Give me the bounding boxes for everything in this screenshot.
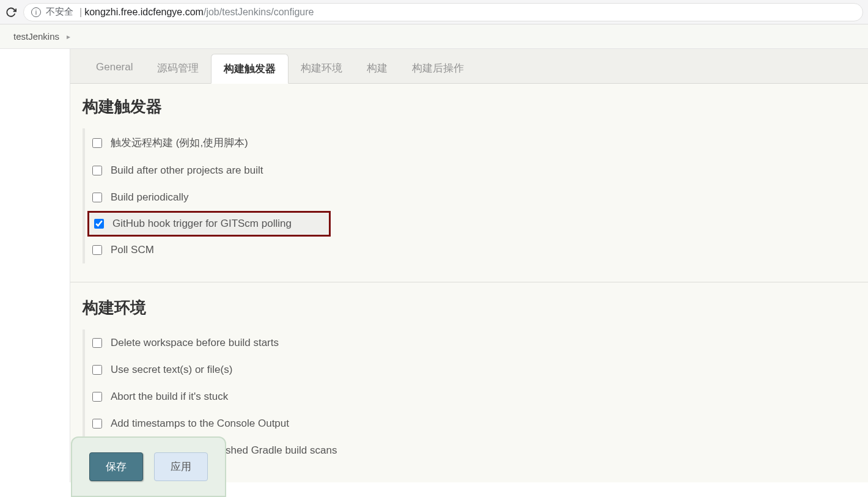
option-remote-trigger[interactable]: 触发远程构建 (例如,使用脚本) <box>92 128 868 157</box>
checkbox-abort-stuck[interactable] <box>92 392 102 402</box>
tab-env[interactable]: 构建环境 <box>289 54 355 83</box>
left-sidebar <box>0 49 70 482</box>
url-path: /job/testJenkins/configure <box>204 7 314 18</box>
tab-bar: General 源码管理 构建触发器 构建环境 构建 构建后操作 <box>70 49 868 84</box>
option-periodic[interactable]: Build periodically <box>92 184 868 211</box>
url-host: kongzhi.free.idcfengye.com <box>84 7 204 18</box>
tab-general[interactable]: General <box>84 54 145 83</box>
option-label: Poll SCM <box>111 244 154 256</box>
option-label: Add timestamps to the Console Output <box>111 418 289 430</box>
reload-icon[interactable] <box>5 6 17 18</box>
checkbox-periodic[interactable] <box>92 193 102 202</box>
section-title-triggers: 构建触发器 <box>83 96 868 117</box>
option-label: Build periodically <box>111 191 189 204</box>
section-title-env: 构建环境 <box>83 297 868 318</box>
checkbox-delete-workspace[interactable] <box>92 338 102 348</box>
checkbox-build-after[interactable] <box>92 166 102 175</box>
option-label: GitHub hook trigger for GITScm polling <box>112 218 292 230</box>
checkbox-timestamps[interactable] <box>92 419 102 429</box>
config-content: 构建触发器 触发远程构建 (例如,使用脚本) Build after other… <box>70 84 868 464</box>
apply-button[interactable]: 应用 <box>154 452 208 481</box>
tab-scm[interactable]: 源码管理 <box>145 54 211 83</box>
checkbox-secret-text[interactable] <box>92 365 102 375</box>
option-delete-workspace[interactable]: Delete workspace before build starts <box>92 329 868 356</box>
tab-triggers[interactable]: 构建触发器 <box>211 54 289 84</box>
url-field[interactable]: i 不安全 | kongzhi.free.idcfengye.com/job/t… <box>23 3 863 21</box>
checkbox-poll-scm[interactable] <box>92 245 102 255</box>
url-separator: | <box>79 7 82 18</box>
option-github-hook[interactable]: GitHub hook trigger for GITScm polling <box>87 211 331 237</box>
address-bar: i 不安全 | kongzhi.free.idcfengye.com/job/t… <box>0 0 868 24</box>
breadcrumbs: testJenkins ▸ <box>0 24 868 49</box>
option-timestamps[interactable]: Add timestamps to the Console Output <box>92 410 868 437</box>
option-build-after[interactable]: Build after other projects are built <box>92 157 868 184</box>
save-button[interactable]: 保存 <box>89 452 143 481</box>
breadcrumb-item[interactable]: testJenkins <box>13 31 59 42</box>
option-label: Abort the build if it's stuck <box>111 391 228 403</box>
button-panel: 保存 应用 <box>71 436 226 482</box>
tab-build[interactable]: 构建 <box>355 54 400 83</box>
option-label: Delete workspace before build starts <box>111 337 279 349</box>
checkbox-remote-trigger[interactable] <box>92 138 102 148</box>
option-secret-text[interactable]: Use secret text(s) or file(s) <box>92 356 868 383</box>
checkbox-github-hook[interactable] <box>94 219 104 229</box>
config-body: General 源码管理 构建触发器 构建环境 构建 构建后操作 构建触发器 触… <box>70 49 868 482</box>
tab-postbuild[interactable]: 构建后操作 <box>400 54 476 83</box>
security-label: 不安全 <box>46 6 73 18</box>
option-label: Use secret text(s) or file(s) <box>111 364 232 376</box>
divider <box>70 282 868 282</box>
info-icon[interactable]: i <box>31 7 41 17</box>
option-abort-stuck[interactable]: Abort the build if it's stuck <box>92 383 868 410</box>
option-label: 触发远程构建 (例如,使用脚本) <box>111 136 248 150</box>
main-wrapper: General 源码管理 构建触发器 构建环境 构建 构建后操作 构建触发器 触… <box>0 49 868 482</box>
triggers-options: 触发远程构建 (例如,使用脚本) Build after other proje… <box>83 128 868 263</box>
chevron-right-icon: ▸ <box>67 32 70 41</box>
option-label: Build after other projects are built <box>111 164 263 177</box>
option-poll-scm[interactable]: Poll SCM <box>92 237 868 263</box>
